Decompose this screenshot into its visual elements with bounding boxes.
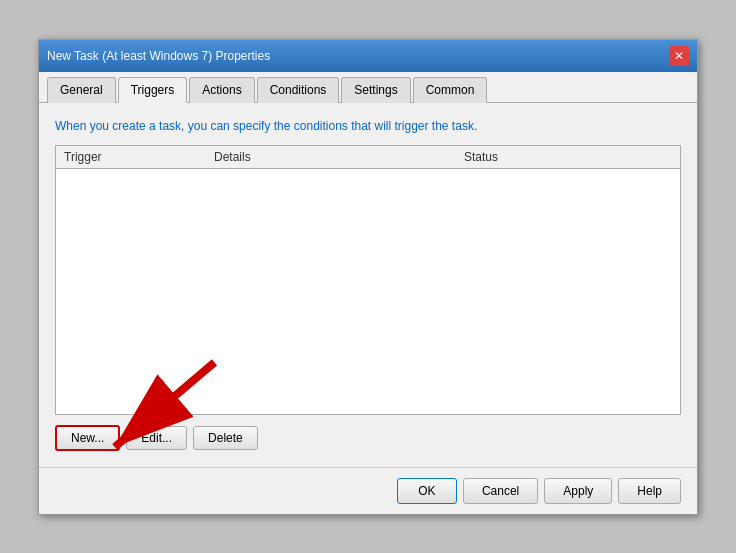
- title-bar: New Task (At least Windows 7) Properties…: [39, 40, 697, 72]
- close-button[interactable]: ✕: [669, 46, 689, 66]
- apply-button[interactable]: Apply: [544, 478, 612, 504]
- tab-general[interactable]: General: [47, 77, 116, 103]
- window-title: New Task (At least Windows 7) Properties: [47, 49, 270, 63]
- triggers-table: Trigger Details Status: [55, 145, 681, 415]
- column-status: Status: [464, 150, 672, 164]
- main-window: New Task (At least Windows 7) Properties…: [38, 39, 698, 515]
- tab-bar: General Triggers Actions Conditions Sett…: [39, 72, 697, 103]
- table-header: Trigger Details Status: [56, 146, 680, 169]
- ok-button[interactable]: OK: [397, 478, 457, 504]
- help-button[interactable]: Help: [618, 478, 681, 504]
- footer-bar: OK Cancel Apply Help: [39, 467, 697, 514]
- column-trigger: Trigger: [64, 150, 214, 164]
- tab-actions[interactable]: Actions: [189, 77, 254, 103]
- info-text: When you create a task, you can specify …: [55, 119, 681, 133]
- new-button[interactable]: New...: [55, 425, 120, 451]
- action-buttons: New... Edit... Delete: [55, 425, 681, 451]
- column-details: Details: [214, 150, 464, 164]
- table-body: [56, 169, 680, 409]
- cancel-button[interactable]: Cancel: [463, 478, 538, 504]
- tab-triggers[interactable]: Triggers: [118, 77, 188, 103]
- tab-content: When you create a task, you can specify …: [39, 103, 697, 467]
- table-area: Trigger Details Status: [55, 145, 681, 415]
- tab-common[interactable]: Common: [413, 77, 488, 103]
- edit-button[interactable]: Edit...: [126, 426, 187, 450]
- tab-conditions[interactable]: Conditions: [257, 77, 340, 103]
- delete-button[interactable]: Delete: [193, 426, 258, 450]
- tab-settings[interactable]: Settings: [341, 77, 410, 103]
